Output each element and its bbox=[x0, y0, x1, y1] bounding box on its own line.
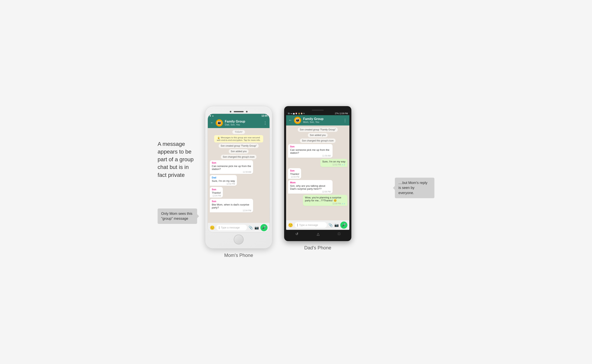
dads-text-sent-2: Wow, you're planning a surprise party fo… bbox=[305, 196, 345, 202]
dads-phone-top-bar bbox=[286, 109, 349, 112]
moms-time-son-private: 12:04 PM bbox=[212, 209, 251, 212]
dads-group-name: Family Group bbox=[303, 117, 341, 121]
dads-nav-recents[interactable]: □ bbox=[338, 232, 340, 236]
moms-bubble-son-1: Son Can someone pick me up from the stat… bbox=[210, 160, 253, 174]
dads-group-info: Family Group Mom, Son, You bbox=[303, 117, 341, 124]
scene: A message appears to be part of a group … bbox=[158, 106, 434, 258]
dads-status-right: 27% 12:09 PM bbox=[335, 112, 348, 115]
moms-group-avatar: 👨‍👩‍👦 bbox=[216, 119, 223, 126]
moms-bubble-son-private: Son Btw Mom, when is dad's surprise part… bbox=[210, 199, 253, 212]
dads-input-field[interactable]: Type a message bbox=[295, 222, 327, 228]
annotation-moms-reply: ....but Mom's reply is seen by everyone. bbox=[395, 178, 434, 198]
dads-sender-mom-1: Mom bbox=[290, 181, 331, 184]
dads-time-son-2: 12:04 PM bbox=[290, 176, 299, 178]
main-description: A message appears to be part of a group … bbox=[158, 140, 197, 179]
dads-nav-back[interactable]: ↺ bbox=[296, 232, 298, 236]
dads-back-arrow[interactable]: ← bbox=[289, 118, 292, 122]
dads-bubble-son-1: Son Can someone pick me up from the stat… bbox=[288, 144, 333, 158]
dads-sender-son-1: Son bbox=[290, 145, 331, 148]
moms-encryption-msg: 🔒 Messages to this group are now secured… bbox=[214, 135, 263, 143]
dads-text-mom-1: Son, why are you talking about Dad's sur… bbox=[290, 184, 331, 190]
moms-time-son-2: 12:04 PM bbox=[212, 195, 221, 197]
moms-camera-dot2 bbox=[246, 111, 248, 112]
moms-input-field[interactable]: Type a message bbox=[216, 225, 247, 230]
dads-phone: 📷 ▲ 📩 ⏰ 🔒 🏠 N 27% 12:09 PM ← 👨‍👩‍👦 Famil… bbox=[284, 106, 351, 241]
moms-back-arrow[interactable]: ← bbox=[210, 121, 214, 125]
dads-input-placeholder: Type a message bbox=[299, 223, 318, 227]
dads-wa-header[interactable]: ← 👨‍👩‍👦 Family Group Mom, Son, You ⋮ bbox=[286, 115, 349, 125]
dads-mic-btn[interactable]: 🎤 bbox=[340, 221, 347, 229]
dads-attach-icon[interactable]: 📎 bbox=[329, 223, 333, 227]
dads-time-sent-2: 12:09 PM ✓✓ bbox=[305, 202, 345, 205]
dads-group-avatar: 👨‍👩‍👦 bbox=[294, 117, 301, 124]
dads-system-msg-3: Son changed this group's icon bbox=[300, 138, 335, 143]
dads-input-bar[interactable]: 🙂 Type a message 📎 📷 🎤 bbox=[286, 220, 349, 230]
dads-bubble-sent-2: Wow, you're planning a surprise party fo… bbox=[303, 195, 347, 206]
dads-text-son-2: Thanks! bbox=[290, 173, 299, 176]
moms-camera-icon[interactable]: 📷 bbox=[255, 226, 259, 230]
dads-status-icons-left: 📷 ▲ 📩 ⏰ 🔒 🏠 N bbox=[288, 112, 304, 114]
moms-input-placeholder: Type a message bbox=[221, 226, 240, 229]
dads-phone-inner: 📷 ▲ 📩 ⏰ 🔒 🏠 N 27% 12:09 PM ← 👨‍👩‍👦 Famil… bbox=[286, 112, 349, 230]
dads-phone-section: 📷 ▲ 📩 ⏰ 🔒 🏠 N 27% 12:09 PM ← 👨‍👩‍👦 Famil… bbox=[284, 106, 351, 251]
moms-home-btn[interactable] bbox=[234, 234, 243, 244]
dads-system-msg-1: Son created group "Family Group" bbox=[298, 127, 338, 132]
dads-nav-home[interactable]: △ bbox=[317, 232, 320, 236]
moms-chat-area: TODAY 🔒 Messages to this group are now s… bbox=[208, 128, 270, 223]
moms-text-dad-1: Sure, I'm on my way bbox=[212, 179, 235, 182]
dads-speaker bbox=[312, 110, 324, 111]
dads-status-bar: 📷 ▲ 📩 ⏰ 🔒 🏠 N 27% 12:09 PM bbox=[286, 112, 349, 115]
dads-checks-2: ✓✓ bbox=[342, 202, 345, 205]
dads-sender-son-2: Son bbox=[290, 169, 299, 172]
moms-emoji-icon[interactable]: 🙂 bbox=[210, 225, 215, 230]
dads-phone-label: Dad's Phone bbox=[304, 245, 331, 251]
moms-sender-son-private: Son bbox=[212, 200, 251, 203]
moms-speaker bbox=[234, 111, 243, 112]
moms-attach-icon[interactable]: 📎 bbox=[249, 226, 253, 230]
dads-text-sent-1: Sure, I'm on my way bbox=[322, 160, 345, 163]
moms-date-pill: TODAY bbox=[232, 130, 245, 134]
moms-text-son-private: Btw Mom, when is dad's surprise party? bbox=[212, 203, 251, 209]
annotation-only-mom: Only Mom sees this "group" message bbox=[158, 208, 197, 224]
moms-input-bar[interactable]: 🙂 Type a message 📎 📷 🎤 bbox=[208, 223, 270, 232]
dads-bubble-son-2: Son Thanks! 12:04 PM bbox=[288, 168, 301, 179]
moms-wa-header[interactable]: ← 👨‍👩‍👦 Family Group Dad, Son, You ⋮ bbox=[208, 118, 270, 128]
dads-time-mom-1: 12:06 PM bbox=[290, 191, 331, 193]
dads-nav-bar: ↺ △ □ bbox=[286, 230, 349, 237]
moms-bubble-dad-1: Dad Sure, I'm on my way 12:02 PM bbox=[210, 175, 237, 186]
dads-camera-icon[interactable]: 📷 bbox=[334, 223, 339, 227]
dads-time-sent-1: 12:02 PM ✓✓ bbox=[322, 163, 345, 166]
dads-time-son-1: 11:59 AM bbox=[290, 155, 331, 157]
dads-chat-area: Son created group "Family Group" Son add… bbox=[286, 125, 349, 220]
dads-system-msg-2: Son added you bbox=[308, 133, 328, 137]
moms-sender-son-2: Son bbox=[212, 188, 221, 191]
moms-mic-btn[interactable]: 🎤 bbox=[260, 224, 268, 231]
moms-phone: ▶ ▲ 12:04 ← 👨‍👩‍👦 Family Group Dad, Son,… bbox=[205, 106, 272, 249]
moms-sender-dad-1: Dad bbox=[212, 176, 235, 179]
moms-bubble-son-2: Son Thanks! 12:04 PM bbox=[210, 187, 223, 198]
moms-phone-camera-bar bbox=[208, 109, 270, 114]
moms-phone-label: Mom's Phone bbox=[224, 253, 253, 258]
moms-phone-section: ▶ ▲ 12:04 ← 👨‍👩‍👦 Family Group Dad, Son,… bbox=[205, 106, 272, 258]
dads-more-icon[interactable]: ⋮ bbox=[343, 118, 347, 123]
moms-more-icon[interactable]: ⋮ bbox=[263, 121, 267, 125]
moms-system-msg-2: Son added you bbox=[229, 149, 249, 154]
moms-text-son-1: Can someone pick me up from the station? bbox=[212, 165, 251, 170]
dads-cursor bbox=[297, 224, 298, 227]
dads-checks-1: ✓✓ bbox=[342, 163, 345, 166]
dads-group-members: Mom, Son, You bbox=[303, 121, 341, 124]
moms-system-msg-1: Son created group "Family Group" bbox=[219, 144, 259, 148]
moms-time-dad-1: 12:02 PM bbox=[212, 183, 235, 185]
moms-status-time: 12:04 bbox=[261, 114, 268, 117]
moms-status-icons-left: ▶ ▲ bbox=[210, 115, 214, 117]
dads-emoji-icon[interactable]: 🙂 bbox=[288, 223, 293, 228]
phones-container: ▶ ▲ 12:04 ← 👨‍👩‍👦 Family Group Dad, Son,… bbox=[205, 106, 387, 258]
left-annotations: A message appears to be part of a group … bbox=[158, 140, 197, 224]
moms-group-name: Family Group bbox=[225, 120, 261, 123]
moms-system-msg-3: Son changed this group's icon bbox=[221, 155, 257, 159]
dads-bubble-sent-1: Sure, I'm on my way 12:02 PM ✓✓ bbox=[320, 159, 347, 167]
moms-camera-dot bbox=[230, 111, 231, 112]
dads-text-son-1: Can someone pick me up from the station? bbox=[290, 148, 331, 154]
moms-group-members: Dad, Son, You bbox=[225, 123, 261, 126]
dads-bubble-mom-1: Mom Son, why are you talking about Dad's… bbox=[288, 180, 333, 194]
